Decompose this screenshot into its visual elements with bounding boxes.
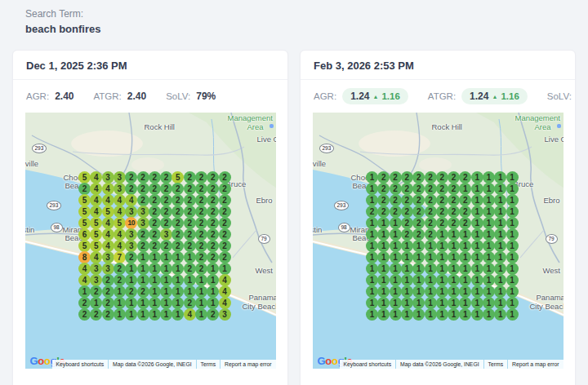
- rank-pin[interactable]: 2: [149, 194, 161, 206]
- rank-pin[interactable]: 4: [90, 194, 102, 206]
- rank-pin[interactable]: 2: [172, 206, 184, 218]
- rank-pin[interactable]: 1: [471, 297, 483, 309]
- rank-pin[interactable]: 2: [401, 194, 413, 206]
- rank-pin[interactable]: 2: [149, 171, 161, 184]
- rank-pin[interactable]: 1: [401, 297, 413, 309]
- rank-pin[interactable]: 2: [102, 274, 114, 286]
- rank-pin[interactable]: 1: [483, 263, 495, 275]
- rank-pin[interactable]: 1: [506, 240, 519, 252]
- rank-pin[interactable]: 1: [506, 228, 519, 241]
- rank-pin[interactable]: 1: [448, 285, 460, 298]
- rank-pin[interactable]: 2: [425, 228, 437, 241]
- rank-pin[interactable]: 4: [78, 274, 91, 286]
- rank-pin[interactable]: 3: [114, 171, 126, 184]
- rank-pin[interactable]: 3: [160, 228, 172, 241]
- rank-pin[interactable]: 2: [425, 194, 437, 206]
- rank-pin[interactable]: 2: [412, 228, 425, 241]
- rank-pin[interactable]: 2: [149, 206, 161, 218]
- rank-pin[interactable]: 6: [78, 228, 91, 241]
- rank-pin[interactable]: 2: [401, 217, 413, 229]
- rank-pin[interactable]: 1: [506, 217, 519, 229]
- rank-pin[interactable]: 1: [506, 206, 519, 218]
- rank-pin[interactable]: 1: [137, 297, 149, 309]
- rank-pin[interactable]: 1: [184, 274, 196, 286]
- rank-pin[interactable]: 1: [401, 274, 413, 286]
- rank-pin[interactable]: 1: [483, 240, 495, 252]
- rank-pin[interactable]: 1: [195, 274, 207, 286]
- rank-pin[interactable]: 1: [506, 171, 519, 184]
- rank-pin[interactable]: 2: [448, 171, 460, 184]
- rank-pin[interactable]: 5: [78, 240, 91, 252]
- rank-pin[interactable]: 2: [219, 171, 231, 184]
- rank-pin[interactable]: 1: [377, 217, 390, 229]
- rank-pin[interactable]: 5: [90, 217, 102, 229]
- rank-pin[interactable]: 3: [102, 263, 114, 275]
- rank-pin[interactable]: 2: [412, 206, 425, 218]
- rank-pin[interactable]: 1: [114, 285, 126, 298]
- rank-pin[interactable]: 2: [377, 194, 390, 206]
- rank-pin[interactable]: 8: [78, 251, 91, 263]
- rank-pin[interactable]: 1: [506, 285, 519, 298]
- rank-pin[interactable]: 1: [448, 240, 460, 252]
- rank-pin[interactable]: 1: [195, 285, 207, 298]
- rank-pin[interactable]: 4: [102, 240, 114, 252]
- rank-pin[interactable]: 5: [172, 171, 184, 184]
- rank-pin[interactable]: 2: [436, 171, 448, 184]
- rank-pin[interactable]: 1: [494, 228, 506, 241]
- rank-pin[interactable]: 2: [78, 308, 91, 321]
- rank-pin[interactable]: 1: [366, 217, 378, 229]
- rank-pin[interactable]: 3: [219, 308, 231, 321]
- rank-pin[interactable]: 2: [195, 217, 207, 229]
- rank-pin[interactable]: 4: [114, 240, 126, 252]
- rank-pin[interactable]: 2: [207, 217, 219, 229]
- rank-pin[interactable]: 1: [506, 194, 519, 206]
- rank-pin[interactable]: 4: [114, 194, 126, 206]
- rank-pin[interactable]: 1: [366, 285, 378, 298]
- rank-pin[interactable]: 2: [195, 183, 207, 195]
- rank-pin[interactable]: 1: [471, 194, 483, 206]
- rank-pin[interactable]: 4: [219, 274, 231, 286]
- rank-pin[interactable]: 2: [114, 263, 126, 275]
- rank-pin[interactable]: 2: [160, 194, 172, 206]
- rank-pin[interactable]: 1: [377, 240, 390, 252]
- rank-pin[interactable]: 1: [125, 263, 137, 275]
- attribution-link[interactable]: Report a map error: [508, 360, 563, 369]
- rank-pin[interactable]: 1: [114, 297, 126, 309]
- rank-pin[interactable]: 1: [137, 251, 149, 263]
- rank-pin[interactable]: 1: [459, 183, 471, 195]
- rank-pin[interactable]: 1: [184, 251, 196, 263]
- rank-pin[interactable]: 1: [506, 308, 519, 321]
- rank-pin[interactable]: 1: [448, 263, 460, 275]
- rank-pin[interactable]: 2: [184, 171, 196, 184]
- rank-pin[interactable]: 2: [412, 171, 425, 184]
- rank-pin[interactable]: 1: [471, 206, 483, 218]
- rank-pin[interactable]: 1: [390, 263, 402, 275]
- rank-pin[interactable]: 1: [401, 251, 413, 263]
- rank-pin[interactable]: 1: [483, 274, 495, 286]
- attribution-link[interactable]: Terms: [197, 360, 220, 369]
- rank-pin[interactable]: 1: [160, 285, 172, 298]
- rank-pin[interactable]: 2: [172, 217, 184, 229]
- rank-pin[interactable]: 1: [390, 297, 402, 309]
- rank-pin[interactable]: 2: [412, 183, 425, 195]
- rank-pin[interactable]: 1: [471, 217, 483, 229]
- rank-pin[interactable]: 1: [471, 308, 483, 321]
- rank-pin[interactable]: 2: [219, 251, 231, 263]
- rank-pin[interactable]: 1: [436, 274, 448, 286]
- rank-pin[interactable]: 2: [377, 171, 390, 184]
- rank-pin[interactable]: 5: [78, 171, 91, 184]
- rank-pin[interactable]: 2: [137, 240, 149, 252]
- attribution-link[interactable]: Terms: [484, 360, 508, 369]
- rank-pin[interactable]: 1: [366, 183, 378, 195]
- rank-pin[interactable]: 2: [102, 308, 114, 321]
- rank-pin[interactable]: 1: [436, 228, 448, 241]
- rank-pin[interactable]: 5: [102, 206, 114, 218]
- rank-pin[interactable]: 1: [436, 308, 448, 321]
- rank-pin[interactable]: 2: [102, 297, 114, 309]
- rank-pin[interactable]: 2: [219, 194, 231, 206]
- rank-pin[interactable]: 1: [506, 297, 519, 309]
- rank-pin[interactable]: 1: [184, 285, 196, 298]
- rank-pin[interactable]: 5: [78, 206, 91, 218]
- rank-pin[interactable]: 1: [471, 285, 483, 298]
- rank-pin[interactable]: 2: [425, 171, 437, 184]
